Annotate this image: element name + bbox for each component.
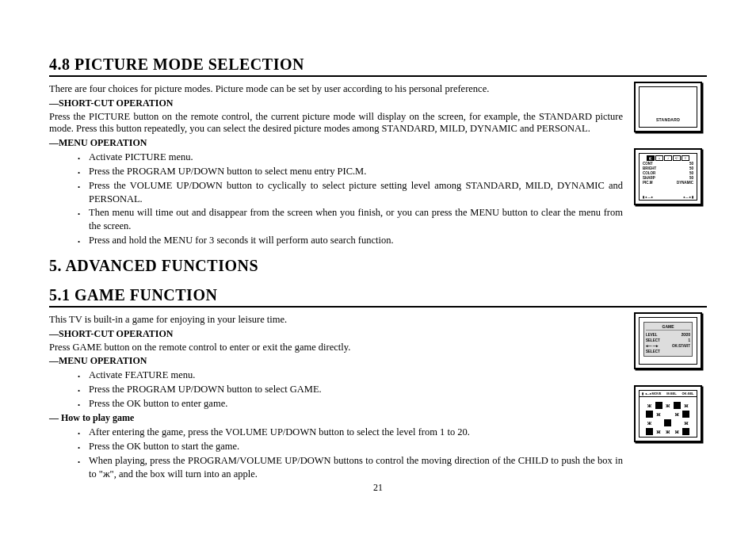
cell: ж	[655, 428, 662, 435]
osd-figure-standard: STANDARD	[634, 82, 702, 132]
cell	[655, 419, 662, 426]
osd-val: OK:START	[672, 343, 690, 354]
cell	[655, 402, 662, 409]
list-item: Press the PROGRAM UP/DOWN button to sele…	[78, 165, 623, 178]
osd-val: DYNAMIC	[677, 181, 693, 185]
menu-list-4-8: Activate PICTURE menu. Press the PROGRAM…	[78, 151, 623, 247]
howto-list: After entering the game, press the VOLUM…	[78, 426, 623, 481]
osd-key: ◂— —▸ SELECT	[646, 343, 672, 354]
list-item: Then menu will time out and disappear fr…	[78, 206, 623, 233]
osd-figure-game-play: ▮ ◂—▸ MOVE M:SEL OK:SEL жжж жж жж жжж	[634, 385, 702, 442]
osd-tabs: ◧ ⌂ ♪ ⏲ ≡	[640, 155, 697, 161]
osd-key: SELECT	[646, 338, 660, 343]
osd-foot-left: ▮ ◂ — ▸	[643, 195, 653, 199]
osd-val: 20/20	[682, 332, 690, 338]
howto-label: — How to play game	[49, 412, 623, 424]
tab-icon: ≡	[682, 155, 689, 161]
game-hint: OK:SEL	[682, 392, 693, 396]
cell	[664, 411, 671, 418]
section-4-8-body: There are four choices for picture modes…	[49, 82, 707, 249]
cell: ж	[664, 428, 671, 435]
cell	[674, 402, 681, 409]
list-item: Press the OK button to enter game.	[78, 397, 623, 411]
section-5-1-body: This TV is built-in a game for enjoying …	[49, 312, 707, 482]
manual-page: 4.8 PICTURE MODE SELECTION There are fou…	[0, 0, 756, 535]
list-item: Activate PICTURE menu.	[78, 151, 623, 164]
cell: ж	[655, 411, 662, 418]
cell	[682, 428, 689, 435]
list-item: When playing, press the PROGRAM/VOLUME U…	[78, 454, 623, 481]
page-number: 21	[49, 482, 707, 494]
osd-foot-right: ◂ — ▸ ▮	[683, 195, 693, 199]
game-grid: жжж жж жж жжж	[646, 402, 690, 435]
osd-key: PIC.M	[643, 181, 653, 185]
cell	[646, 411, 653, 418]
menu-label: —MENU OPERATION	[49, 137, 623, 149]
osd-standard-label: STANDARD	[640, 117, 697, 122]
cell: ж	[682, 402, 689, 409]
cell	[674, 419, 681, 426]
shortcut-label: —SHORT-CUT OPERATION	[49, 97, 623, 109]
cell: ж	[674, 428, 681, 435]
game-hint: M:SEL	[666, 392, 676, 396]
heading-5: 5. ADVANCED FUNCTIONS	[49, 257, 707, 275]
osd-figure-game-menu: GAME LEVEL20/20 SELECT1 ◂— —▸ SELECTOK:S…	[634, 312, 702, 369]
osd-game-title: GAME	[646, 324, 690, 331]
menu-list-5-1: Activate FEATURE menu. Press the PROGRAM…	[78, 369, 623, 411]
osd-val: 1	[688, 338, 690, 343]
cell: ж	[682, 419, 689, 426]
heading-4-8: 4.8 PICTURE MODE SELECTION	[49, 55, 707, 74]
shortcut-text: Press the PICTURE button on the remote c…	[49, 111, 623, 136]
list-item: Press the PROGRAM UP/DOWN button to sele…	[78, 383, 623, 396]
game-hint: ▮ ◂—▸ MOVE	[642, 392, 661, 396]
list-item: Press the OK button to start the game.	[78, 440, 623, 453]
tab-icon: ♪	[664, 155, 672, 161]
intro-4-8: There are four choices for picture modes…	[49, 83, 623, 96]
shortcut-label: —SHORT-CUT OPERATION	[49, 328, 623, 340]
rule	[49, 306, 707, 308]
rule	[49, 75, 707, 77]
menu-label: —MENU OPERATION	[49, 355, 623, 367]
cell: ж	[646, 402, 653, 409]
list-item: Activate FEATURE menu.	[78, 369, 623, 382]
tab-icon: ⏲	[673, 155, 681, 161]
cell: ж	[674, 411, 681, 418]
cell	[646, 428, 653, 435]
cell	[664, 419, 671, 426]
tab-icon: ⌂	[655, 155, 663, 161]
tab-icon: ◧	[647, 155, 655, 161]
shortcut-text: Press GAME button on the remote control …	[49, 342, 623, 354]
osd-figure-picture-menu: ◧ ⌂ ♪ ⏲ ≡ CONT50 BRIGHT50 COLOR50 SHARP5…	[634, 148, 702, 205]
heading-5-1: 5.1 GAME FUNCTION	[49, 286, 707, 304]
cell	[682, 411, 689, 418]
osd-key: LEVEL	[646, 332, 658, 338]
list-item: Press the VOLUME UP/DOWN button to cycli…	[78, 179, 623, 206]
intro-5-1: This TV is built-in a game for enjoying …	[49, 314, 623, 327]
list-item: After entering the game, press the VOLUM…	[78, 426, 623, 439]
list-item: Press and hold the MENU for 3 seconds it…	[78, 234, 623, 247]
cell: ж	[664, 402, 671, 409]
cell: ж	[646, 419, 653, 426]
